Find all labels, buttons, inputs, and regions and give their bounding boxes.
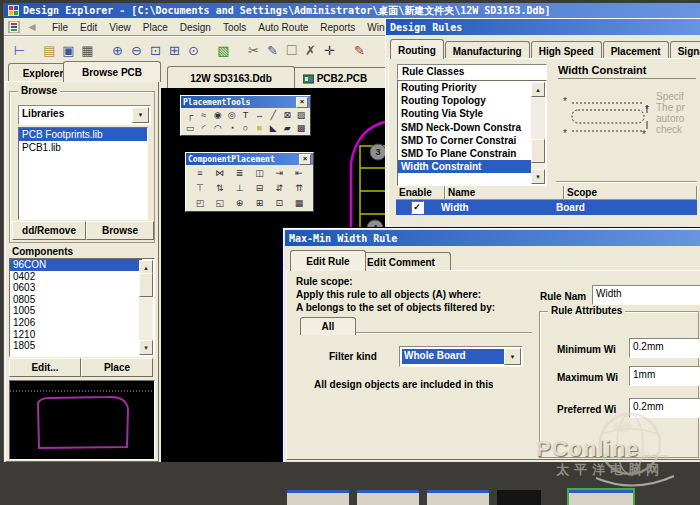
arrange-board-icon[interactable]: ⊕ — [230, 198, 250, 208]
rule-name-input[interactable]: Width — [592, 285, 700, 305]
rule-classes-list[interactable]: ▲ ▼ Routing PriorityRouting TopologyRout… — [397, 80, 547, 186]
align-top-icon[interactable]: ⊤ — [190, 183, 210, 193]
enable-checkbox[interactable]: ✓ — [411, 201, 424, 214]
place-polygon-icon[interactable]: ◣ — [266, 123, 280, 133]
menu-reports[interactable]: Reports — [314, 20, 361, 35]
shrink-h-icon[interactable]: ⇥ — [269, 168, 289, 178]
component-item[interactable]: 0402 — [10, 271, 142, 283]
menu-place[interactable]: Place — [137, 20, 174, 35]
edit-component-button[interactable]: Edit... — [9, 358, 81, 377]
cut-track-icon[interactable]: ✂ — [244, 41, 263, 60]
expand-h-icon[interactable]: ⇤ — [289, 168, 309, 178]
tab-filter-all[interactable]: All — [300, 317, 356, 335]
rule-class-item[interactable]: Routing Topology — [398, 94, 534, 107]
rule-class-item[interactable]: Routing Via Style — [398, 107, 534, 120]
minimum-width-input[interactable]: 0.2mm — [629, 338, 700, 358]
menu-design[interactable]: Design — [174, 20, 217, 35]
close-icon[interactable]: × — [299, 154, 311, 165]
move-icon[interactable]: ✛ — [320, 41, 339, 60]
component-item[interactable]: 96CON — [10, 259, 142, 271]
component-item[interactable]: 1210 — [10, 329, 142, 341]
zoom-in-icon[interactable]: ⊕ — [108, 41, 127, 60]
column-header-name[interactable]: Name — [445, 186, 564, 199]
component-item[interactable]: 1206 — [10, 317, 142, 329]
interactive-placement-icon[interactable]: ▦ — [289, 198, 309, 208]
swap-components-icon[interactable]: ⊡ — [269, 198, 289, 208]
zoom-document-icon[interactable]: ⊞ — [165, 41, 184, 60]
libraries-list[interactable]: PCB Footprints.libPCB1.lib — [18, 127, 148, 220]
highlight-brush-icon[interactable]: ✎ — [350, 41, 369, 60]
clear-selection-icon[interactable]: ✗ — [301, 41, 320, 60]
rule-class-item[interactable]: SMD Neck-Down Constra — [398, 121, 534, 134]
library-item[interactable]: PCB1.lib — [19, 141, 147, 154]
tab-document-ddb[interactable]: 12W SD3163.Ddb — [167, 66, 295, 88]
library-item[interactable]: PCB Footprints.lib — [19, 128, 147, 141]
filmstrip-thumbnail[interactable] — [287, 490, 349, 505]
scroll-up-icon[interactable]: ▲ — [531, 82, 545, 97]
zoom-out-icon[interactable]: ⊖ — [127, 41, 146, 60]
align-center-icon[interactable]: ⋈ — [210, 168, 230, 178]
place-arc-angle-icon[interactable]: ◔ — [225, 123, 239, 133]
open-folder-icon[interactable]: ▤ — [40, 41, 59, 60]
place-pad-icon[interactable]: ◉ — [211, 110, 225, 120]
filter-kind-dropdown[interactable]: Whole Board ▼ — [399, 346, 523, 367]
menu-file[interactable]: File — [46, 20, 74, 35]
zoom-window-icon[interactable]: ⊡ — [146, 41, 165, 60]
rules-table-row[interactable]: ✓ Width Board — [396, 200, 697, 215]
menu-edit[interactable]: Edit — [74, 20, 103, 35]
place-array-icon[interactable]: ▩ — [294, 123, 308, 133]
scrollbar-thumb[interactable] — [531, 139, 545, 163]
shrink-v-icon[interactable]: ⇵ — [269, 183, 289, 193]
place-arc-edge-icon[interactable]: ◜ — [197, 123, 211, 133]
center-v-icon[interactable]: ⊟ — [250, 183, 270, 193]
tab-manufacturing[interactable]: Manufacturing — [445, 41, 530, 59]
component-item[interactable]: 1005 — [10, 305, 142, 317]
place-multi-track-icon[interactable]: ≈ — [197, 110, 211, 120]
align-right-icon[interactable]: ≣ — [230, 168, 250, 178]
tab-high-speed[interactable]: High Speed — [531, 41, 602, 59]
tab-placement[interactable]: Placement — [603, 41, 669, 59]
components-scrollbar[interactable]: ▲ ▼ — [139, 260, 153, 355]
image-icon[interactable]: ▧ — [214, 41, 233, 60]
move-to-grid-icon[interactable]: ⊞ — [250, 198, 270, 208]
rule-class-item[interactable]: Width Constraint — [398, 160, 534, 173]
filmstrip-thumbnail[interactable] — [567, 488, 635, 505]
place-string-icon[interactable]: T — [239, 110, 253, 120]
place-plane-icon[interactable]: ▰ — [280, 123, 294, 133]
main-titlebar[interactable]: Design Explorer - [C:\Documents and Sett… — [4, 3, 700, 18]
menu-tools[interactable]: Tools — [217, 20, 252, 35]
component-placement-titlebar[interactable]: ComponentPlacement × — [186, 153, 313, 165]
tab-edit-rule[interactable]: Edit Rule — [290, 250, 366, 271]
components-list[interactable]: ▲ ▼ 96CON0402060308051005120612101805 — [9, 258, 155, 357]
chevron-down-icon[interactable]: ▼ — [132, 107, 149, 123]
place-fill-icon[interactable]: ■ — [252, 123, 266, 133]
place-arc-center-icon[interactable]: ◠ — [211, 123, 225, 133]
preferred-width-input[interactable]: 0.2mm — [629, 398, 700, 418]
place-track-icon[interactable]: ┌ — [183, 110, 197, 120]
chevron-down-icon[interactable]: ▼ — [504, 348, 521, 365]
add-remove-button[interactable]: dd/Remove — [12, 221, 86, 240]
select-area-icon[interactable]: ☐ — [282, 41, 301, 60]
tab-signal-integrity[interactable]: Signal Integrity — [670, 41, 700, 59]
column-header-scope[interactable]: Scope — [564, 186, 697, 199]
placement-tools-toolbar[interactable]: PlacementTools × ┌≈◉◎T↔╱⊠▨▭◜◠◔○■◣▰▩ — [180, 95, 311, 136]
paste-array-icon[interactable]: ▭ — [183, 123, 197, 133]
draw-line-icon[interactable]: ✎ — [263, 41, 282, 60]
arrange-room-icon[interactable]: ◰ — [190, 198, 210, 208]
rule-class-item[interactable]: SMD To Corner Constrai — [398, 134, 534, 147]
scroll-down-icon[interactable]: ▼ — [531, 169, 545, 184]
space-equal-v-icon[interactable]: ⇅ — [210, 183, 230, 193]
align-left-icon[interactable]: ≡ — [190, 168, 210, 178]
column-header-enable[interactable]: Enable — [396, 186, 445, 199]
maximum-width-input[interactable]: 1mm — [629, 366, 700, 386]
width-dialog-titlebar[interactable]: Max-Min Width Rule — [285, 230, 700, 246]
menu-auto-route[interactable]: Auto Route — [252, 20, 314, 35]
print-icon[interactable]: ▦ — [78, 41, 97, 60]
tab-document-pcb2[interactable]: PCB2.PCB — [281, 67, 389, 88]
rule-class-item[interactable]: SMD To Plane Constrain — [398, 147, 534, 160]
libraries-dropdown[interactable]: Libraries ▼ — [18, 105, 151, 125]
tab-routing[interactable]: Routing — [390, 39, 444, 59]
arrange-rect-icon[interactable]: ◱ — [210, 198, 230, 208]
component-placement-toolbar[interactable]: ComponentPlacement × ≡⋈≣◫⇥⇤⊤⇅⊥⊟⇵⇈◰◱⊕⊞⊡▦ — [185, 152, 314, 212]
tab-browse-pcb[interactable]: Browse PCB — [63, 61, 161, 82]
